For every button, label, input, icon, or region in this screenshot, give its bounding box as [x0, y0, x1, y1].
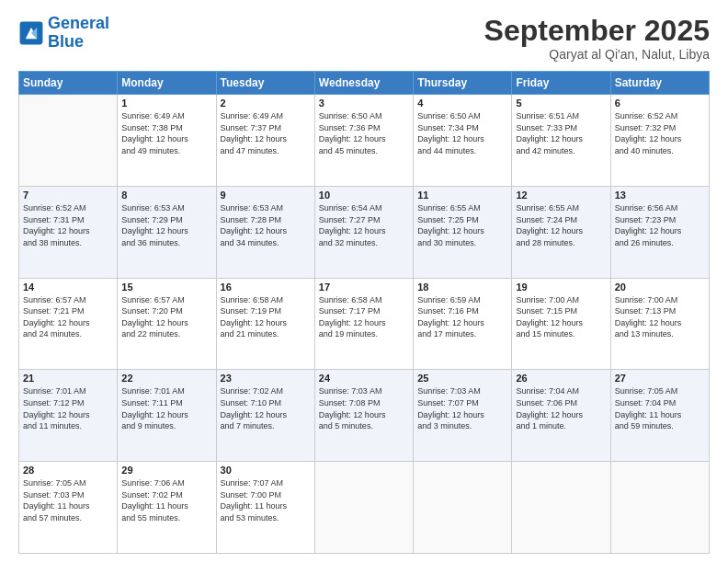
day-number: 22 [121, 373, 211, 384]
logo: General Blue [18, 15, 109, 52]
logo-line2: Blue [48, 32, 84, 51]
day-info: Sunrise: 6:53 AM Sunset: 7:29 PM Dayligh… [121, 202, 211, 248]
day-info: Sunrise: 6:59 AM Sunset: 7:16 PM Dayligh… [417, 294, 507, 340]
day-info: Sunrise: 7:03 AM Sunset: 7:07 PM Dayligh… [417, 385, 507, 431]
calendar-cell: 17Sunrise: 6:58 AM Sunset: 7:17 PM Dayli… [314, 278, 413, 370]
day-number: 29 [121, 465, 211, 476]
calendar-table: SundayMondayTuesdayWednesdayThursdayFrid… [18, 71, 710, 554]
calendar-cell: 18Sunrise: 6:59 AM Sunset: 7:16 PM Dayli… [414, 278, 512, 370]
calendar-cell: 2Sunrise: 6:49 AM Sunset: 7:37 PM Daylig… [216, 95, 314, 187]
day-info: Sunrise: 6:52 AM Sunset: 7:32 PM Dayligh… [615, 110, 705, 156]
day-info: Sunrise: 6:55 AM Sunset: 7:24 PM Dayligh… [516, 202, 606, 248]
calendar-cell: 24Sunrise: 7:03 AM Sunset: 7:08 PM Dayli… [314, 370, 413, 462]
day-number: 20 [615, 282, 705, 293]
calendar-week-row: 21Sunrise: 7:01 AM Sunset: 7:12 PM Dayli… [19, 370, 710, 462]
page: General Blue September 2025 Qaryat al Qi… [0, 0, 728, 563]
day-number: 26 [516, 373, 606, 384]
header: General Blue September 2025 Qaryat al Qi… [18, 15, 710, 62]
day-number: 14 [23, 282, 113, 293]
calendar-cell: 20Sunrise: 7:00 AM Sunset: 7:13 PM Dayli… [610, 278, 709, 370]
day-info: Sunrise: 6:52 AM Sunset: 7:31 PM Dayligh… [23, 202, 113, 248]
day-info: Sunrise: 7:02 AM Sunset: 7:10 PM Dayligh… [221, 385, 311, 431]
calendar-cell: 11Sunrise: 6:55 AM Sunset: 7:25 PM Dayli… [414, 186, 512, 278]
day-info: Sunrise: 7:05 AM Sunset: 7:03 PM Dayligh… [23, 477, 113, 523]
day-info: Sunrise: 6:49 AM Sunset: 7:38 PM Dayligh… [121, 110, 211, 156]
logo-icon [18, 20, 44, 46]
calendar-cell: 5Sunrise: 6:51 AM Sunset: 7:33 PM Daylig… [512, 95, 610, 187]
calendar-cell: 23Sunrise: 7:02 AM Sunset: 7:10 PM Dayli… [216, 370, 314, 462]
calendar-cell: 4Sunrise: 6:50 AM Sunset: 7:34 PM Daylig… [414, 95, 512, 187]
day-number: 27 [615, 373, 705, 384]
day-number: 1 [121, 98, 211, 109]
day-info: Sunrise: 7:00 AM Sunset: 7:13 PM Dayligh… [615, 294, 705, 340]
calendar-cell: 16Sunrise: 6:58 AM Sunset: 7:19 PM Dayli… [216, 278, 314, 370]
day-number: 9 [221, 190, 311, 201]
calendar-week-row: 14Sunrise: 6:57 AM Sunset: 7:21 PM Dayli… [19, 278, 710, 370]
day-info: Sunrise: 6:49 AM Sunset: 7:37 PM Dayligh… [221, 110, 311, 156]
calendar-cell: 28Sunrise: 7:05 AM Sunset: 7:03 PM Dayli… [19, 462, 118, 554]
calendar-cell [610, 462, 709, 554]
calendar-cell: 10Sunrise: 6:54 AM Sunset: 7:27 PM Dayli… [314, 186, 413, 278]
day-number: 21 [23, 373, 113, 384]
day-info: Sunrise: 6:53 AM Sunset: 7:28 PM Dayligh… [221, 202, 311, 248]
calendar-cell: 21Sunrise: 7:01 AM Sunset: 7:12 PM Dayli… [19, 370, 118, 462]
day-number: 7 [23, 190, 113, 201]
day-info: Sunrise: 7:06 AM Sunset: 7:02 PM Dayligh… [121, 477, 211, 523]
weekday-header: Thursday [414, 72, 512, 95]
day-info: Sunrise: 6:51 AM Sunset: 7:33 PM Dayligh… [516, 110, 606, 156]
day-info: Sunrise: 6:50 AM Sunset: 7:36 PM Dayligh… [319, 110, 409, 156]
day-info: Sunrise: 6:57 AM Sunset: 7:21 PM Dayligh… [23, 294, 113, 340]
day-number: 28 [23, 465, 113, 476]
day-info: Sunrise: 6:56 AM Sunset: 7:23 PM Dayligh… [615, 202, 705, 248]
weekday-header: Friday [512, 72, 610, 95]
calendar-cell: 14Sunrise: 6:57 AM Sunset: 7:21 PM Dayli… [19, 278, 118, 370]
day-number: 15 [121, 282, 211, 293]
day-number: 17 [319, 282, 409, 293]
calendar-cell: 26Sunrise: 7:04 AM Sunset: 7:06 PM Dayli… [512, 370, 610, 462]
weekday-header: Saturday [610, 72, 709, 95]
calendar-cell: 1Sunrise: 6:49 AM Sunset: 7:38 PM Daylig… [118, 95, 216, 187]
logo-line1: General [48, 14, 109, 32]
weekday-header: Tuesday [216, 72, 314, 95]
calendar-cell [512, 462, 610, 554]
day-number: 4 [417, 98, 507, 109]
location: Qaryat al Qi'an, Nalut, Libya [484, 47, 710, 62]
day-number: 24 [319, 373, 409, 384]
day-info: Sunrise: 6:54 AM Sunset: 7:27 PM Dayligh… [319, 202, 409, 248]
day-info: Sunrise: 7:04 AM Sunset: 7:06 PM Dayligh… [516, 385, 606, 431]
calendar-cell: 22Sunrise: 7:01 AM Sunset: 7:11 PM Dayli… [118, 370, 216, 462]
day-number: 16 [221, 282, 311, 293]
day-info: Sunrise: 6:58 AM Sunset: 7:17 PM Dayligh… [319, 294, 409, 340]
calendar-cell: 13Sunrise: 6:56 AM Sunset: 7:23 PM Dayli… [610, 186, 709, 278]
day-info: Sunrise: 6:57 AM Sunset: 7:20 PM Dayligh… [121, 294, 211, 340]
day-number: 18 [417, 282, 507, 293]
calendar-cell: 29Sunrise: 7:06 AM Sunset: 7:02 PM Dayli… [118, 462, 216, 554]
calendar-cell: 12Sunrise: 6:55 AM Sunset: 7:24 PM Dayli… [512, 186, 610, 278]
day-number: 30 [221, 465, 311, 476]
calendar-cell [314, 462, 413, 554]
calendar-cell: 9Sunrise: 6:53 AM Sunset: 7:28 PM Daylig… [216, 186, 314, 278]
day-info: Sunrise: 7:03 AM Sunset: 7:08 PM Dayligh… [319, 385, 409, 431]
day-info: Sunrise: 6:50 AM Sunset: 7:34 PM Dayligh… [417, 110, 507, 156]
day-number: 23 [221, 373, 311, 384]
calendar-cell: 15Sunrise: 6:57 AM Sunset: 7:20 PM Dayli… [118, 278, 216, 370]
day-number: 3 [319, 98, 409, 109]
day-number: 5 [516, 98, 606, 109]
calendar-cell: 8Sunrise: 6:53 AM Sunset: 7:29 PM Daylig… [118, 186, 216, 278]
day-number: 19 [516, 282, 606, 293]
title-block: September 2025 Qaryat al Qi'an, Nalut, L… [484, 15, 710, 62]
calendar-week-row: 28Sunrise: 7:05 AM Sunset: 7:03 PM Dayli… [19, 462, 710, 554]
day-info: Sunrise: 7:05 AM Sunset: 7:04 PM Dayligh… [615, 385, 705, 431]
calendar-cell: 6Sunrise: 6:52 AM Sunset: 7:32 PM Daylig… [610, 95, 709, 187]
calendar-cell: 25Sunrise: 7:03 AM Sunset: 7:07 PM Dayli… [414, 370, 512, 462]
day-number: 8 [121, 190, 211, 201]
weekday-header: Sunday [19, 72, 118, 95]
weekday-header: Wednesday [314, 72, 413, 95]
calendar-body: 1Sunrise: 6:49 AM Sunset: 7:38 PM Daylig… [19, 95, 710, 554]
calendar-cell [414, 462, 512, 554]
day-info: Sunrise: 7:00 AM Sunset: 7:15 PM Dayligh… [516, 294, 606, 340]
calendar-cell: 19Sunrise: 7:00 AM Sunset: 7:15 PM Dayli… [512, 278, 610, 370]
calendar-cell [19, 95, 118, 187]
calendar-week-row: 1Sunrise: 6:49 AM Sunset: 7:38 PM Daylig… [19, 95, 710, 187]
day-number: 25 [417, 373, 507, 384]
